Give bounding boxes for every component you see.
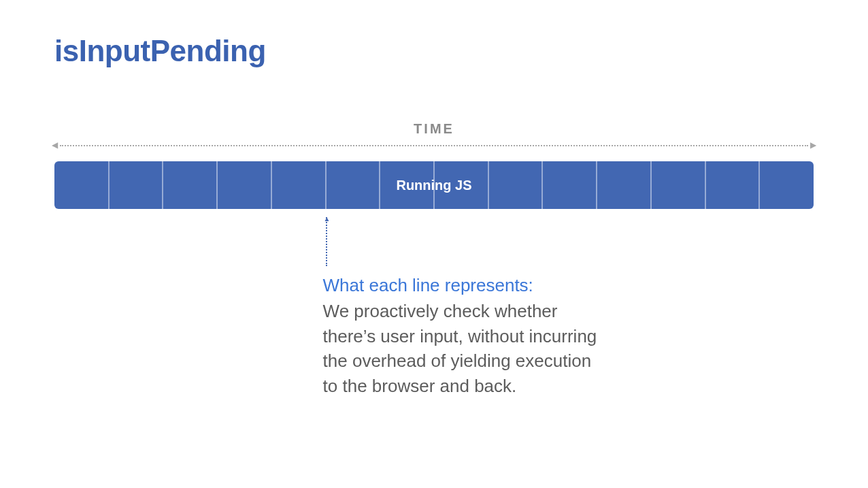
time-axis-line bbox=[60, 145, 808, 146]
tick-line bbox=[325, 161, 327, 209]
tick-line bbox=[216, 161, 218, 209]
caption-block: What each line represents: We proactivel… bbox=[323, 273, 609, 398]
caption-heading: What each line represents: bbox=[323, 273, 609, 297]
tick-line bbox=[596, 161, 597, 209]
tick-line bbox=[705, 161, 706, 209]
slide: isInputPending TIME ◀ ▶ Running JS ▲ Wha… bbox=[0, 0, 868, 488]
running-js-bar: Running JS bbox=[54, 161, 814, 209]
tick-line bbox=[271, 161, 272, 209]
tick-line bbox=[758, 161, 760, 209]
page-title: isInputPending bbox=[54, 34, 814, 68]
timeline-bar-container: Running JS bbox=[54, 161, 814, 209]
time-axis-label: TIME bbox=[54, 121, 814, 137]
pointer-line: ▲ bbox=[326, 217, 327, 266]
tick-line bbox=[650, 161, 652, 209]
arrow-left-icon: ◀ bbox=[52, 141, 58, 149]
arrow-up-icon: ▲ bbox=[324, 215, 331, 223]
tick-line bbox=[433, 161, 435, 209]
time-section: TIME ◀ ▶ Running JS bbox=[54, 121, 814, 209]
tick-line bbox=[379, 161, 380, 209]
tick-line bbox=[541, 161, 543, 209]
arrow-right-icon: ▶ bbox=[810, 141, 816, 149]
tick-line bbox=[488, 161, 489, 209]
time-axis: ◀ ▶ bbox=[54, 142, 814, 149]
tick-line bbox=[108, 161, 110, 209]
caption-body: We proactively check whether there’s use… bbox=[323, 299, 609, 398]
tick-line bbox=[162, 161, 163, 209]
